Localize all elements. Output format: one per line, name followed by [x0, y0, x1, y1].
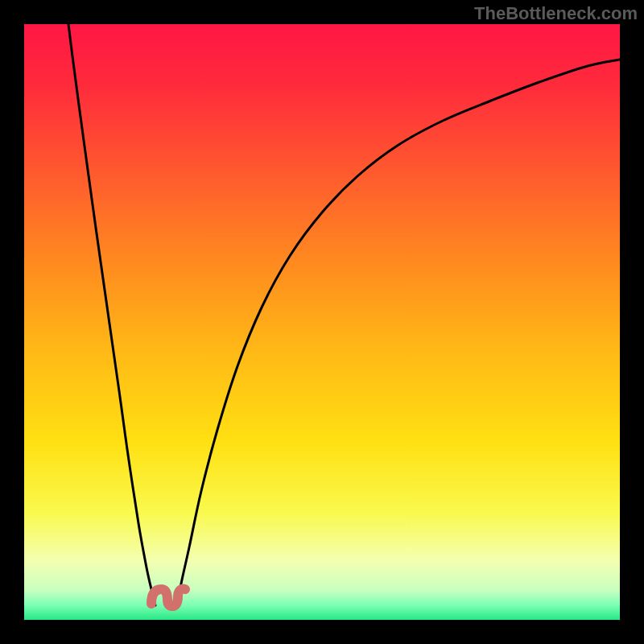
- curve-right-branch: [177, 60, 620, 605]
- curve-layer: [24, 24, 620, 620]
- valley-marker: [151, 588, 185, 606]
- plot-area: [24, 24, 620, 620]
- curve-left-branch: [68, 24, 155, 605]
- chart-frame: TheBottleneck.com: [0, 0, 644, 644]
- source-watermark: TheBottleneck.com: [474, 3, 638, 24]
